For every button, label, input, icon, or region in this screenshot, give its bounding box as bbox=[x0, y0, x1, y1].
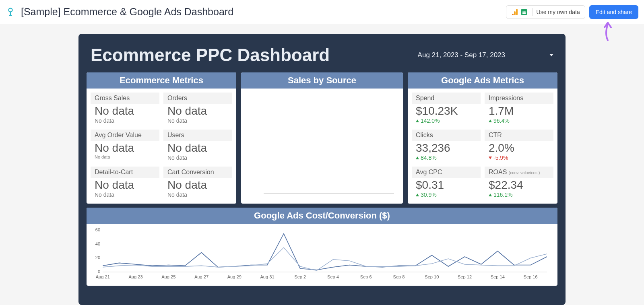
ecommerce-metrics-panel: Ecommerce Metrics Gross SalesNo dataNo d… bbox=[87, 72, 236, 204]
data-source-icons bbox=[511, 8, 533, 16]
metric-card: Cart ConversionNo dataNo data bbox=[163, 167, 232, 200]
metric-label: Avg CPC bbox=[412, 167, 481, 178]
metric-value: 2.0% bbox=[485, 141, 553, 155]
svg-text:Sep 6: Sep 6 bbox=[360, 274, 372, 279]
dashboard: Ecommerce PPC Dashboard Aug 21, 2023 - S… bbox=[78, 34, 566, 305]
svg-text:0: 0 bbox=[98, 269, 100, 274]
date-range-text: Aug 21, 2023 - Sep 17, 2023 bbox=[418, 51, 505, 59]
date-range-picker[interactable]: Aug 21, 2023 - Sep 17, 2023 bbox=[418, 51, 553, 59]
metric-card: OrdersNo dataNo data bbox=[163, 93, 232, 126]
panel-header: Google Ads Metrics bbox=[408, 72, 557, 89]
svg-text:Sep 10: Sep 10 bbox=[425, 274, 439, 279]
svg-text:Sep 4: Sep 4 bbox=[327, 274, 339, 279]
metric-subvalue: No data bbox=[163, 155, 232, 163]
metric-value: 1.7M bbox=[485, 104, 553, 117]
metric-label: Users bbox=[163, 130, 232, 141]
metric-card: Avg Order ValueNo dataNo data bbox=[91, 130, 159, 163]
svg-text:Sep 12: Sep 12 bbox=[458, 274, 472, 279]
trend-up-icon bbox=[489, 120, 492, 122]
metric-delta: 84.8% bbox=[412, 155, 481, 163]
svg-text:Sep 16: Sep 16 bbox=[524, 274, 538, 279]
metric-card: Avg CPC$0.3130.9% bbox=[412, 167, 481, 200]
google-sheets-icon bbox=[520, 8, 528, 16]
topbar-actions: Use my own data Edit and share bbox=[506, 5, 638, 19]
metric-delta: 30.9% bbox=[412, 192, 481, 200]
metric-label: Detail-to-Cart bbox=[91, 167, 159, 178]
svg-text:Aug 31: Aug 31 bbox=[260, 274, 274, 279]
svg-text:20: 20 bbox=[95, 255, 100, 260]
trend-up-icon bbox=[489, 194, 492, 196]
metric-delta: -5.9% bbox=[485, 155, 553, 163]
metric-label: ROAS (conv. value/cost) bbox=[485, 167, 553, 178]
trend-up-icon bbox=[416, 120, 419, 122]
topbar: [Sample] Ecommerce & Google Ads Dashboar… bbox=[0, 0, 644, 24]
google-ads-metrics-grid: Spend$10.23K142.0%Impressions1.7M96.4%Cl… bbox=[408, 89, 557, 204]
metric-card: Spend$10.23K142.0% bbox=[412, 93, 481, 126]
metric-label: Gross Sales bbox=[91, 93, 159, 104]
sales-by-source-body bbox=[241, 89, 403, 204]
metric-delta: 96.4% bbox=[485, 117, 553, 126]
svg-point-0 bbox=[9, 8, 12, 12]
edit-and-share-button[interactable]: Edit and share bbox=[589, 5, 638, 19]
metric-label: Cart Conversion bbox=[163, 167, 232, 178]
svg-text:Aug 23: Aug 23 bbox=[128, 274, 142, 279]
google-analytics-icon bbox=[511, 8, 519, 16]
trend-up-icon bbox=[416, 157, 419, 159]
metric-value: $22.34 bbox=[485, 178, 553, 192]
panel-header: Ecommerce Metrics bbox=[87, 72, 236, 89]
metric-label: Spend bbox=[412, 93, 481, 104]
metric-value: $10.23K bbox=[412, 104, 481, 117]
metric-subvalue: No data bbox=[163, 117, 232, 126]
google-ads-metrics-panel: Google Ads Metrics Spend$10.23K142.0%Imp… bbox=[408, 72, 557, 204]
chart-baseline bbox=[264, 193, 394, 194]
metric-value: $0.31 bbox=[412, 178, 481, 192]
dashboard-title: Ecommerce PPC Dashboard bbox=[91, 45, 330, 65]
metric-subvalue: No data bbox=[163, 192, 232, 200]
metric-card: Impressions1.7M96.4% bbox=[485, 93, 553, 126]
ecommerce-metrics-grid: Gross SalesNo dataNo dataOrdersNo dataNo… bbox=[87, 89, 236, 204]
canvas: Ecommerce PPC Dashboard Aug 21, 2023 - S… bbox=[0, 24, 644, 305]
line-chart: 0204060Aug 21Aug 23Aug 25Aug 27Aug 29Aug… bbox=[91, 228, 549, 280]
metric-card: Clicks33,23684.8% bbox=[412, 130, 481, 163]
svg-text:Sep 8: Sep 8 bbox=[393, 274, 405, 279]
svg-rect-1 bbox=[516, 9, 518, 15]
metric-value: No data bbox=[163, 178, 232, 192]
chart-body: 0204060Aug 21Aug 23Aug 25Aug 27Aug 29Aug… bbox=[87, 224, 557, 286]
metric-value: No data bbox=[163, 104, 232, 117]
svg-text:Aug 29: Aug 29 bbox=[227, 274, 242, 279]
cost-conversion-chart-panel: Google Ads Cost/Conversion ($) 0204060Au… bbox=[87, 208, 557, 286]
svg-point-3 bbox=[512, 14, 514, 15]
metric-value: No data bbox=[91, 104, 159, 117]
metric-card: Detail-to-CartNo dataNo data bbox=[91, 167, 159, 200]
svg-text:Sep 14: Sep 14 bbox=[491, 274, 505, 279]
trend-up-icon bbox=[416, 194, 419, 196]
metric-delta: 142.0% bbox=[412, 117, 481, 126]
svg-text:Sep 2: Sep 2 bbox=[294, 274, 306, 279]
svg-text:Aug 25: Aug 25 bbox=[161, 274, 175, 279]
svg-text:Aug 21: Aug 21 bbox=[96, 274, 110, 279]
svg-text:40: 40 bbox=[95, 241, 100, 246]
page-title: [Sample] Ecommerce & Google Ads Dashboar… bbox=[21, 6, 500, 18]
svg-text:Aug 27: Aug 27 bbox=[194, 274, 208, 279]
metric-value: No data bbox=[91, 141, 159, 155]
data-source-selector[interactable]: Use my own data bbox=[506, 5, 585, 19]
use-own-data-link[interactable]: Use my own data bbox=[537, 9, 580, 15]
app-logo-icon bbox=[6, 7, 15, 17]
chevron-down-icon bbox=[549, 54, 553, 56]
metric-card: Gross SalesNo dataNo data bbox=[91, 93, 159, 126]
svg-rect-8 bbox=[524, 11, 524, 14]
svg-text:60: 60 bbox=[95, 228, 100, 232]
metric-label: CTR bbox=[485, 130, 553, 141]
metric-value: No data bbox=[91, 178, 159, 192]
metric-value: No data bbox=[163, 141, 232, 155]
dashboard-header: Ecommerce PPC Dashboard Aug 21, 2023 - S… bbox=[87, 42, 557, 72]
metric-label: Impressions bbox=[485, 93, 553, 104]
trend-down-icon bbox=[489, 157, 492, 159]
metric-card: UsersNo dataNo data bbox=[163, 130, 232, 163]
metric-value: 33,236 bbox=[412, 141, 481, 155]
sales-by-source-panel: Sales by Source bbox=[241, 72, 403, 204]
metric-label: Orders bbox=[163, 93, 232, 104]
metric-subvalue: No data bbox=[91, 155, 159, 161]
metric-delta: 116.1% bbox=[485, 192, 553, 200]
panels-row: Ecommerce Metrics Gross SalesNo dataNo d… bbox=[87, 72, 557, 204]
